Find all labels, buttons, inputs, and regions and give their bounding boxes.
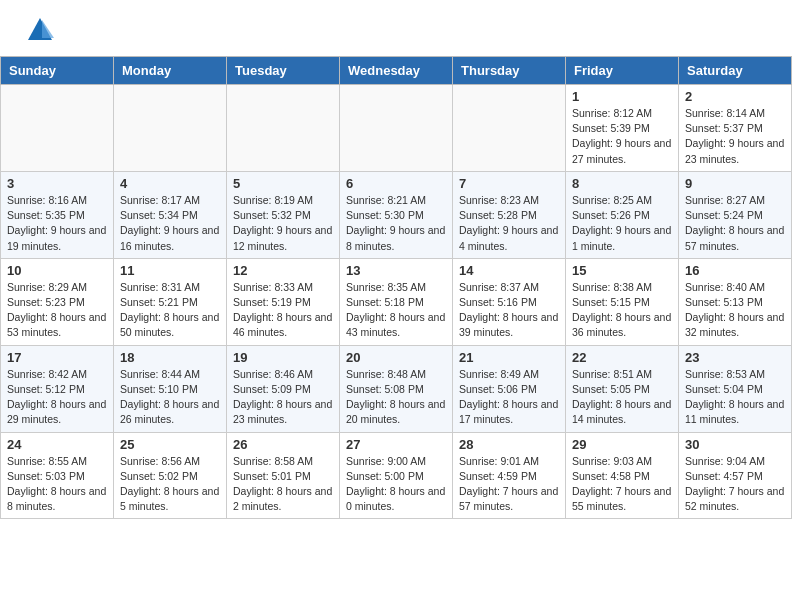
day-info: Sunrise: 8:14 AMSunset: 5:37 PMDaylight:… xyxy=(685,106,785,167)
day-info: Sunrise: 8:53 AMSunset: 5:04 PMDaylight:… xyxy=(685,367,785,428)
calendar-cell: 6Sunrise: 8:21 AMSunset: 5:30 PMDaylight… xyxy=(340,171,453,258)
calendar-cell: 27Sunrise: 9:00 AMSunset: 5:00 PMDayligh… xyxy=(340,432,453,519)
day-info: Sunrise: 8:37 AMSunset: 5:16 PMDaylight:… xyxy=(459,280,559,341)
calendar-cell xyxy=(1,85,114,172)
day-info: Sunrise: 9:04 AMSunset: 4:57 PMDaylight:… xyxy=(685,454,785,515)
calendar-week-row: 17Sunrise: 8:42 AMSunset: 5:12 PMDayligh… xyxy=(1,345,792,432)
calendar-cell: 18Sunrise: 8:44 AMSunset: 5:10 PMDayligh… xyxy=(114,345,227,432)
day-info: Sunrise: 8:48 AMSunset: 5:08 PMDaylight:… xyxy=(346,367,446,428)
weekday-header-row: SundayMondayTuesdayWednesdayThursdayFrid… xyxy=(1,57,792,85)
day-number: 19 xyxy=(233,350,333,365)
calendar-week-row: 1Sunrise: 8:12 AMSunset: 5:39 PMDaylight… xyxy=(1,85,792,172)
day-number: 23 xyxy=(685,350,785,365)
calendar-cell: 25Sunrise: 8:56 AMSunset: 5:02 PMDayligh… xyxy=(114,432,227,519)
header xyxy=(0,0,792,56)
calendar-cell: 22Sunrise: 8:51 AMSunset: 5:05 PMDayligh… xyxy=(566,345,679,432)
calendar-cell: 5Sunrise: 8:19 AMSunset: 5:32 PMDaylight… xyxy=(227,171,340,258)
calendar-cell xyxy=(114,85,227,172)
day-number: 24 xyxy=(7,437,107,452)
logo xyxy=(24,18,56,48)
weekday-header-monday: Monday xyxy=(114,57,227,85)
weekday-header-sunday: Sunday xyxy=(1,57,114,85)
calendar-cell: 15Sunrise: 8:38 AMSunset: 5:15 PMDayligh… xyxy=(566,258,679,345)
calendar-cell: 17Sunrise: 8:42 AMSunset: 5:12 PMDayligh… xyxy=(1,345,114,432)
day-number: 4 xyxy=(120,176,220,191)
calendar-cell: 28Sunrise: 9:01 AMSunset: 4:59 PMDayligh… xyxy=(453,432,566,519)
day-info: Sunrise: 8:44 AMSunset: 5:10 PMDaylight:… xyxy=(120,367,220,428)
calendar-cell: 10Sunrise: 8:29 AMSunset: 5:23 PMDayligh… xyxy=(1,258,114,345)
day-number: 5 xyxy=(233,176,333,191)
day-number: 29 xyxy=(572,437,672,452)
weekday-header-tuesday: Tuesday xyxy=(227,57,340,85)
day-number: 13 xyxy=(346,263,446,278)
day-info: Sunrise: 8:56 AMSunset: 5:02 PMDaylight:… xyxy=(120,454,220,515)
day-info: Sunrise: 8:19 AMSunset: 5:32 PMDaylight:… xyxy=(233,193,333,254)
svg-marker-1 xyxy=(42,20,54,38)
day-number: 8 xyxy=(572,176,672,191)
calendar-cell: 29Sunrise: 9:03 AMSunset: 4:58 PMDayligh… xyxy=(566,432,679,519)
calendar-cell xyxy=(340,85,453,172)
day-number: 15 xyxy=(572,263,672,278)
day-info: Sunrise: 8:27 AMSunset: 5:24 PMDaylight:… xyxy=(685,193,785,254)
day-number: 21 xyxy=(459,350,559,365)
calendar-cell: 24Sunrise: 8:55 AMSunset: 5:03 PMDayligh… xyxy=(1,432,114,519)
day-number: 9 xyxy=(685,176,785,191)
day-info: Sunrise: 8:49 AMSunset: 5:06 PMDaylight:… xyxy=(459,367,559,428)
calendar-cell: 21Sunrise: 8:49 AMSunset: 5:06 PMDayligh… xyxy=(453,345,566,432)
day-number: 27 xyxy=(346,437,446,452)
day-info: Sunrise: 9:00 AMSunset: 5:00 PMDaylight:… xyxy=(346,454,446,515)
day-info: Sunrise: 8:29 AMSunset: 5:23 PMDaylight:… xyxy=(7,280,107,341)
day-info: Sunrise: 8:17 AMSunset: 5:34 PMDaylight:… xyxy=(120,193,220,254)
calendar-cell: 9Sunrise: 8:27 AMSunset: 5:24 PMDaylight… xyxy=(679,171,792,258)
weekday-header-thursday: Thursday xyxy=(453,57,566,85)
weekday-header-wednesday: Wednesday xyxy=(340,57,453,85)
day-info: Sunrise: 8:42 AMSunset: 5:12 PMDaylight:… xyxy=(7,367,107,428)
day-info: Sunrise: 8:33 AMSunset: 5:19 PMDaylight:… xyxy=(233,280,333,341)
day-number: 7 xyxy=(459,176,559,191)
calendar-cell: 3Sunrise: 8:16 AMSunset: 5:35 PMDaylight… xyxy=(1,171,114,258)
day-info: Sunrise: 8:46 AMSunset: 5:09 PMDaylight:… xyxy=(233,367,333,428)
calendar-table: SundayMondayTuesdayWednesdayThursdayFrid… xyxy=(0,56,792,519)
day-number: 28 xyxy=(459,437,559,452)
day-number: 17 xyxy=(7,350,107,365)
calendar-cell: 13Sunrise: 8:35 AMSunset: 5:18 PMDayligh… xyxy=(340,258,453,345)
calendar-cell: 8Sunrise: 8:25 AMSunset: 5:26 PMDaylight… xyxy=(566,171,679,258)
calendar-cell: 7Sunrise: 8:23 AMSunset: 5:28 PMDaylight… xyxy=(453,171,566,258)
calendar-cell: 20Sunrise: 8:48 AMSunset: 5:08 PMDayligh… xyxy=(340,345,453,432)
day-info: Sunrise: 8:58 AMSunset: 5:01 PMDaylight:… xyxy=(233,454,333,515)
day-number: 25 xyxy=(120,437,220,452)
calendar-cell: 26Sunrise: 8:58 AMSunset: 5:01 PMDayligh… xyxy=(227,432,340,519)
calendar-cell xyxy=(227,85,340,172)
calendar-week-row: 10Sunrise: 8:29 AMSunset: 5:23 PMDayligh… xyxy=(1,258,792,345)
day-number: 20 xyxy=(346,350,446,365)
calendar-cell: 16Sunrise: 8:40 AMSunset: 5:13 PMDayligh… xyxy=(679,258,792,345)
day-info: Sunrise: 8:16 AMSunset: 5:35 PMDaylight:… xyxy=(7,193,107,254)
day-info: Sunrise: 8:51 AMSunset: 5:05 PMDaylight:… xyxy=(572,367,672,428)
calendar-cell: 19Sunrise: 8:46 AMSunset: 5:09 PMDayligh… xyxy=(227,345,340,432)
calendar-cell: 4Sunrise: 8:17 AMSunset: 5:34 PMDaylight… xyxy=(114,171,227,258)
calendar-cell: 14Sunrise: 8:37 AMSunset: 5:16 PMDayligh… xyxy=(453,258,566,345)
day-number: 16 xyxy=(685,263,785,278)
day-info: Sunrise: 9:03 AMSunset: 4:58 PMDaylight:… xyxy=(572,454,672,515)
day-number: 1 xyxy=(572,89,672,104)
day-number: 3 xyxy=(7,176,107,191)
day-info: Sunrise: 8:25 AMSunset: 5:26 PMDaylight:… xyxy=(572,193,672,254)
calendar-week-row: 3Sunrise: 8:16 AMSunset: 5:35 PMDaylight… xyxy=(1,171,792,258)
day-info: Sunrise: 8:12 AMSunset: 5:39 PMDaylight:… xyxy=(572,106,672,167)
day-number: 14 xyxy=(459,263,559,278)
calendar-cell: 12Sunrise: 8:33 AMSunset: 5:19 PMDayligh… xyxy=(227,258,340,345)
calendar-cell: 1Sunrise: 8:12 AMSunset: 5:39 PMDaylight… xyxy=(566,85,679,172)
calendar-cell: 30Sunrise: 9:04 AMSunset: 4:57 PMDayligh… xyxy=(679,432,792,519)
calendar-week-row: 24Sunrise: 8:55 AMSunset: 5:03 PMDayligh… xyxy=(1,432,792,519)
day-number: 26 xyxy=(233,437,333,452)
day-number: 18 xyxy=(120,350,220,365)
day-info: Sunrise: 9:01 AMSunset: 4:59 PMDaylight:… xyxy=(459,454,559,515)
day-info: Sunrise: 8:31 AMSunset: 5:21 PMDaylight:… xyxy=(120,280,220,341)
weekday-header-saturday: Saturday xyxy=(679,57,792,85)
day-number: 10 xyxy=(7,263,107,278)
day-info: Sunrise: 8:35 AMSunset: 5:18 PMDaylight:… xyxy=(346,280,446,341)
weekday-header-friday: Friday xyxy=(566,57,679,85)
day-info: Sunrise: 8:40 AMSunset: 5:13 PMDaylight:… xyxy=(685,280,785,341)
calendar-cell xyxy=(453,85,566,172)
calendar-cell: 23Sunrise: 8:53 AMSunset: 5:04 PMDayligh… xyxy=(679,345,792,432)
